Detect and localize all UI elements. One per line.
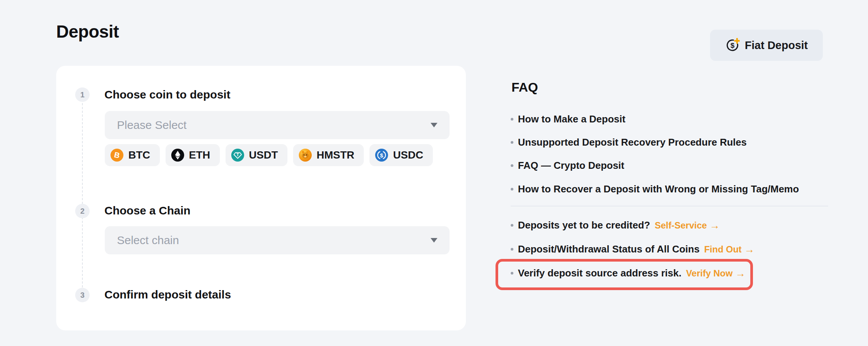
eth-icon (171, 149, 184, 162)
faq-divider (511, 206, 828, 206)
self-service-link[interactable]: Self-Service (655, 219, 707, 232)
fiat-deposit-button[interactable]: $ Fiat Deposit (710, 30, 823, 61)
bullet-icon (511, 188, 513, 190)
faq-link-unsupported-deposit-recovery[interactable]: Unsupported Deposit Recovery Procedure R… (511, 136, 746, 148)
bullet-icon (511, 224, 513, 227)
faq-link-how-to-make-a-deposit[interactable]: How to Make a Deposit (511, 113, 625, 125)
chevron-down-icon (431, 238, 437, 243)
page-title: Deposit (56, 21, 119, 42)
chain-select[interactable]: Select chain (105, 226, 450, 254)
fiat-coin-dollar-plus-icon: $ (725, 38, 740, 52)
coin-chip-label: ETH (189, 149, 210, 161)
bullet-icon (511, 118, 513, 121)
usdc-icon: $ (375, 149, 388, 162)
step-3-badge: 3 (75, 288, 90, 302)
coin-chip-label: HMSTR (317, 149, 355, 161)
coin-chip-label: USDT (249, 149, 278, 161)
svg-text:T: T (236, 153, 238, 157)
btc-icon: B (110, 149, 123, 162)
step-1-badge: 1 (75, 87, 90, 102)
faq-action-deposit-withdrawal-status: Deposit/Withdrawal Status of All Coins F… (511, 243, 754, 256)
deposit-steps-card: 1 Choose coin to deposit Please Select B… (56, 66, 466, 330)
verify-now-link[interactable]: Verify Now (686, 267, 733, 279)
bullet-icon (511, 141, 513, 144)
fiat-deposit-label: Fiat Deposit (745, 39, 808, 52)
step-connector-line (82, 103, 83, 295)
step-1-title: Choose coin to deposit (104, 88, 230, 101)
coin-select[interactable]: Please Select (105, 111, 450, 139)
step-2-badge: 2 (75, 204, 90, 218)
coin-chip-label: BTC (128, 149, 150, 161)
faq-link-recover-wrong-tag-memo[interactable]: How to Recover a Deposit with Wrong or M… (511, 183, 799, 195)
faq-action-verify-deposit-source: Verify deposit source address risk. Veri… (511, 267, 745, 279)
faq-link-crypto-deposit[interactable]: FAQ — Crypto Deposit (511, 160, 624, 171)
coin-chip-usdt[interactable]: T USDT (226, 144, 287, 166)
svg-text:$: $ (380, 152, 383, 159)
arrow-right-icon[interactable]: → (744, 243, 754, 256)
arrow-right-icon[interactable]: → (710, 219, 720, 232)
bullet-icon (511, 248, 513, 251)
step-2-title: Choose a Chain (104, 204, 191, 217)
coin-chip-btc[interactable]: B BTC (105, 144, 160, 166)
step-3-title: Confirm deposit details (104, 288, 231, 301)
chain-select-placeholder: Select chain (117, 234, 179, 247)
coin-chip-hmstr[interactable]: HMSTR (293, 144, 364, 166)
faq-action-deposits-not-credited: Deposits yet to be credited? Self-Servic… (511, 219, 720, 232)
chevron-down-icon (431, 123, 437, 127)
arrow-right-icon[interactable]: → (735, 267, 745, 279)
coin-chip-usdc[interactable]: $ USDC (369, 144, 432, 166)
find-out-link[interactable]: Find Out (704, 243, 742, 256)
quick-coin-chips: B BTC ETH T USDT (105, 144, 433, 166)
coin-select-placeholder: Please Select (117, 119, 186, 132)
bullet-icon (511, 272, 513, 275)
usdt-icon: T (231, 149, 244, 162)
deposit-page: Deposit $ Fiat Deposit 1 Choose coin to … (0, 0, 868, 346)
hmstr-icon (299, 149, 312, 162)
coin-chip-eth[interactable]: ETH (166, 144, 220, 166)
svg-text:$: $ (730, 41, 734, 49)
faq-title: FAQ (511, 80, 538, 95)
bullet-icon (511, 164, 513, 167)
coin-chip-label: USDC (393, 149, 423, 161)
